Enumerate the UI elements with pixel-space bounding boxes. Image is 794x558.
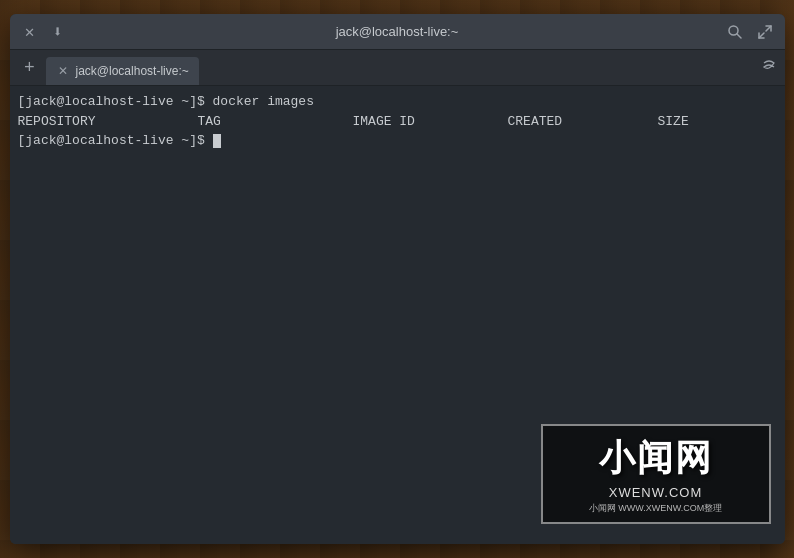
col-tag: TAG <box>198 112 353 132</box>
new-tab-button[interactable]: + <box>18 56 42 80</box>
col-created: CREATED <box>508 112 658 132</box>
prompt-line[interactable]: [jack@localhost-live ~]$ <box>18 131 777 151</box>
close-button[interactable]: ✕ <box>20 22 40 42</box>
expand-icon[interactable] <box>755 22 775 42</box>
command-text: [jack@localhost-live ~]$ docker images <box>18 92 314 112</box>
prompt-text: [jack@localhost-live ~]$ <box>18 131 213 151</box>
terminal-cursor <box>213 134 221 148</box>
column-headers: REPOSITORY TAG IMAGE ID CREATED SIZE <box>18 112 777 132</box>
terminal-body[interactable]: [jack@localhost-live ~]$ docker images R… <box>10 86 785 544</box>
svg-line-1 <box>737 34 741 38</box>
command-line: [jack@localhost-live ~]$ docker images <box>18 92 777 112</box>
window-title: jack@localhost-live:~ <box>336 24 459 39</box>
tab-scroll-icon[interactable] <box>761 57 777 78</box>
col-image-id: IMAGE ID <box>353 112 508 132</box>
tab-bar: + ✕ jack@localhost-live:~ <box>10 50 785 86</box>
tab-close-button[interactable]: ✕ <box>56 64 70 78</box>
title-bar-left: ✕ ⬇ <box>20 22 68 42</box>
download-button[interactable]: ⬇ <box>48 22 68 42</box>
col-size: SIZE <box>658 112 758 132</box>
search-icon[interactable] <box>725 22 745 42</box>
title-bar-right <box>725 22 775 42</box>
active-tab[interactable]: ✕ jack@localhost-live:~ <box>46 57 199 85</box>
tab-label: jack@localhost-live:~ <box>76 64 189 78</box>
title-bar: ✕ ⬇ jack@localhost-live:~ <box>10 14 785 50</box>
col-repository: REPOSITORY <box>18 112 198 132</box>
